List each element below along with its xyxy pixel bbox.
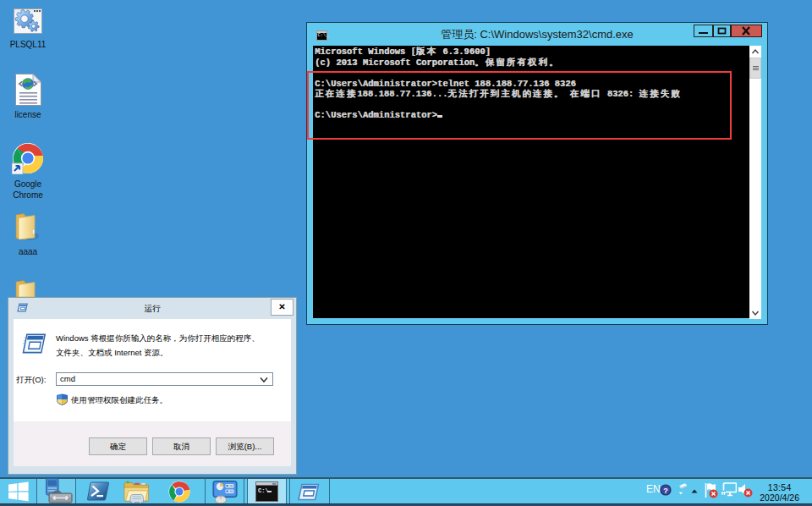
svg-text:?: ? bbox=[663, 487, 668, 495]
svg-text:C:\: C:\ bbox=[258, 487, 269, 494]
